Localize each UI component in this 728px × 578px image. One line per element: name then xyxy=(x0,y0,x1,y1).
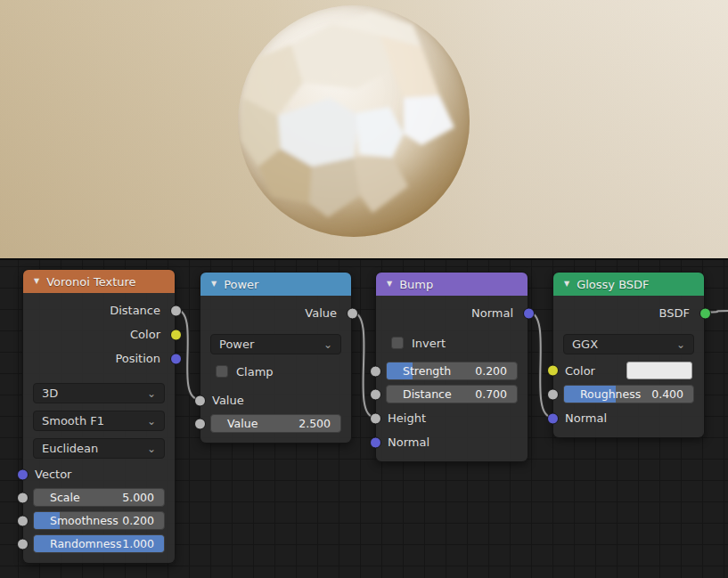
power-input-value-socket[interactable] xyxy=(194,395,206,406)
glossy-bsdf-input-normal-socket[interactable] xyxy=(547,412,559,424)
slider-smoothness[interactable]: Smoothness0.200 xyxy=(33,511,165,530)
node-title: Bump xyxy=(399,278,433,291)
bump-output-normal-socket[interactable] xyxy=(523,307,535,319)
node-glossy-bsdf[interactable]: ▼Glossy BSDFBSDFGGX⌄ColorRoughness0.400N… xyxy=(552,272,705,438)
slider-value: 2.500 xyxy=(299,415,331,432)
dropdown-power[interactable]: Power⌄ xyxy=(210,334,341,354)
dropdown-value: Power xyxy=(219,338,254,351)
node-voronoi-texture[interactable]: ▼Voronoi TextureDistanceColorPosition3D⌄… xyxy=(22,269,176,564)
output-label-distance: Distance xyxy=(110,304,160,317)
dropdown-ggx[interactable]: GGX⌄ xyxy=(563,334,694,354)
bump-input-normal-socket[interactable] xyxy=(370,436,381,448)
node-link-power-value-to-bump-height[interactable] xyxy=(352,313,375,418)
slider-roughness[interactable]: Roughness0.400 xyxy=(563,385,694,403)
dropdown-3d[interactable]: 3D⌄ xyxy=(33,383,165,403)
slider-value: 0.200 xyxy=(122,512,154,529)
voronoi-texture-input-scale-socket[interactable] xyxy=(17,493,29,504)
checkbox-label: Clamp xyxy=(236,365,274,379)
chevron-down-icon: ⌄ xyxy=(147,444,156,454)
slider-value: 0.200 xyxy=(475,362,507,379)
node-title: Glossy BSDF xyxy=(577,278,649,291)
dropdown-euclidean[interactable]: Euclidean⌄ xyxy=(33,438,165,459)
power-input-value-socket[interactable] xyxy=(194,419,206,430)
output-label-color: Color xyxy=(130,328,160,341)
node-voronoi-texture-header[interactable]: ▼Voronoi Texture xyxy=(23,270,175,293)
dropdown-value: 3D xyxy=(42,387,58,400)
rendered-sphere xyxy=(238,5,470,237)
slider-strength[interactable]: Strength0.200 xyxy=(386,362,518,380)
collapse-triangle-icon[interactable]: ▼ xyxy=(387,281,392,288)
slider-value: 0.700 xyxy=(475,386,507,403)
input-label-color: Color xyxy=(565,364,595,378)
output-label-bsdf: BSDF xyxy=(659,306,690,320)
collapse-triangle-icon[interactable]: ▼ xyxy=(211,281,217,288)
slider-distance[interactable]: Distance0.700 xyxy=(386,385,518,403)
blender-window: ▼Voronoi TextureDistanceColorPosition3D⌄… xyxy=(0,0,728,578)
dropdown-smooth-f1[interactable]: Smooth F1⌄ xyxy=(33,411,165,431)
bump-input-distance-socket[interactable] xyxy=(370,389,381,401)
shader-node-editor[interactable]: ▼Voronoi TextureDistanceColorPosition3D⌄… xyxy=(0,258,728,578)
voronoi-texture-input-randomness-socket[interactable] xyxy=(17,539,29,550)
power-output-value-socket[interactable] xyxy=(347,307,358,319)
chevron-down-icon: ⌄ xyxy=(323,339,332,350)
slider-value[interactable]: Value2.500 xyxy=(210,414,341,433)
node-power-body: ValuePower⌄ClampValueValue2.500 xyxy=(200,296,351,443)
dropdown-value: Smooth F1 xyxy=(42,414,104,427)
node-title: Power xyxy=(224,278,258,291)
voronoi-texture-output-color-socket[interactable] xyxy=(170,329,182,340)
chevron-down-icon: ⌄ xyxy=(676,339,685,350)
checkbox-invert[interactable] xyxy=(391,337,404,349)
output-label-value: Value xyxy=(305,306,337,320)
glossy-bsdf-input-roughness-socket[interactable] xyxy=(547,389,559,401)
slider-scale[interactable]: Scale5.000 xyxy=(33,488,165,507)
input-label-normal: Normal xyxy=(565,411,607,425)
input-label-normal: Normal xyxy=(388,436,429,449)
slider-randomness[interactable]: Randomness1.000 xyxy=(33,534,165,553)
3d-viewport[interactable] xyxy=(0,0,728,258)
voronoi-texture-input-smoothness-socket[interactable] xyxy=(17,516,29,527)
node-bump-body: NormalInvertStrength0.200Distance0.700He… xyxy=(376,296,528,461)
chevron-down-icon: ⌄ xyxy=(147,416,156,427)
sphere-facets xyxy=(238,5,470,237)
voronoi-texture-input-vector-socket[interactable] xyxy=(17,468,29,480)
chevron-down-icon: ⌄ xyxy=(147,388,156,399)
dropdown-value: Euclidean xyxy=(42,442,98,455)
checkbox-label: Invert xyxy=(412,337,446,350)
bump-input-strength-socket[interactable] xyxy=(370,366,381,378)
input-label-height: Height xyxy=(388,411,426,425)
checkbox-clamp[interactable] xyxy=(216,365,228,378)
voronoi-texture-output-position-socket[interactable] xyxy=(170,353,182,364)
slider-value: 0.400 xyxy=(651,386,683,403)
node-power[interactable]: ▼PowerValuePower⌄ClampValueValue2.500 xyxy=(200,272,352,444)
node-title: Voronoi Texture xyxy=(46,275,135,289)
slider-value: 1.000 xyxy=(122,535,154,552)
output-label-position: Position xyxy=(115,352,160,365)
collapse-triangle-icon[interactable]: ▼ xyxy=(34,278,39,285)
output-label-normal: Normal xyxy=(471,306,513,320)
glossy-bsdf-output-bsdf-socket[interactable] xyxy=(699,307,711,319)
input-label-value: Value xyxy=(212,394,244,407)
node-voronoi-texture-body: DistanceColorPosition3D⌄Smooth F1⌄Euclid… xyxy=(23,293,175,563)
bump-input-height-socket[interactable] xyxy=(370,412,381,424)
node-bump[interactable]: ▼BumpNormalInvertStrength0.200Distance0.… xyxy=(375,272,528,462)
node-glossy-bsdf-body: BSDFGGX⌄ColorRoughness0.400Normal xyxy=(553,296,704,437)
dropdown-value: GGX xyxy=(572,338,598,351)
glossy-bsdf-input-color-socket[interactable] xyxy=(547,365,559,377)
node-glossy-bsdf-header[interactable]: ▼Glossy BSDF xyxy=(553,273,704,296)
color-swatch[interactable] xyxy=(626,362,692,379)
voronoi-texture-output-distance-socket[interactable] xyxy=(170,305,182,316)
node-bump-header[interactable]: ▼Bump xyxy=(376,273,528,296)
input-label-vector: Vector xyxy=(35,468,71,481)
collapse-triangle-icon[interactable]: ▼ xyxy=(564,281,569,288)
node-power-header[interactable]: ▼Power xyxy=(200,273,351,296)
slider-value: 5.000 xyxy=(122,489,154,506)
